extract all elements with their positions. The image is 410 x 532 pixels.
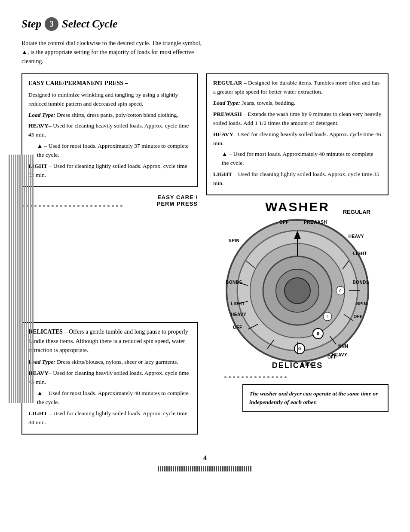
dial-label-heavy-tr: HEAVY	[349, 234, 364, 239]
easy-care-heavy: HEAVY– Used for cleaning heavily soiled …	[28, 122, 191, 140]
regular-triangle: ▲ – Used for most loads. Approximately 4…	[213, 150, 382, 168]
dial-label-off-r: OFF	[354, 314, 363, 319]
dot-row-top	[21, 205, 153, 207]
dial-label-light-l: LIGHT	[231, 301, 245, 306]
svg-point-6	[285, 278, 310, 304]
dial-wrapper: 0 0 2 0	[224, 218, 370, 372]
dial-label-off-top: OFF	[279, 220, 289, 225]
step-label: Step	[21, 18, 41, 30]
svg-text:0: 0	[340, 289, 342, 293]
intro-text: Rotate the control dial clockwise to the…	[21, 39, 206, 66]
dial-label-spin-l: SPIN	[229, 238, 239, 243]
connector-area-top: EASY CARE / PERM PRESS	[21, 194, 198, 207]
delicates-dial-label: DELICATES	[272, 361, 323, 370]
dial-label-offheavy2: HEAVY	[332, 353, 347, 357]
easy-care-triangle: ▲ – Used for most loads. Approximately 3…	[28, 142, 191, 160]
regular-load-type: Load Type: Jeans, towels, bedding.	[213, 99, 382, 108]
step-number: 3	[45, 17, 58, 31]
delicates-box: DELICATES – Offers a gentle tumble and l…	[21, 322, 198, 435]
dial-label-heavy-l: HEAVY	[231, 312, 246, 317]
dial-svg: 0 0 2 0	[224, 218, 370, 364]
dial-label-off-l: OFF	[233, 325, 242, 330]
dial-label-bonds-l: BONDS	[226, 280, 242, 285]
easy-care-desc: Designed to minimize wrinkling and tangl…	[28, 91, 191, 109]
svg-text:0: 0	[298, 346, 301, 352]
regular-light: LIGHT – Used for cleaning lightly soiled…	[213, 170, 382, 188]
regular-diagram-label: REGULAR	[334, 200, 370, 215]
bottom-bar	[21, 466, 389, 471]
dial-label-prewash: PREWASH	[304, 220, 327, 225]
easy-care-light: LIGHT – Used for cleaning lightly soiled…	[28, 162, 191, 180]
delicates-heavy: HEAVY– Used for cleaning heavily soiled …	[28, 369, 191, 387]
regular-prewash: PREWASH – Extends the wash time by 9 min…	[213, 110, 382, 128]
page-number: 4	[21, 454, 389, 462]
delicates-triangle: ▲ – Used for most loads. Approximately 4…	[28, 389, 191, 407]
dial-label-nnn: NNN	[338, 344, 348, 349]
dial-label-bonds-r: BONDS	[352, 280, 369, 285]
easy-care-load-type: Load Type: Dress shirts, dress pants, po…	[28, 111, 191, 120]
washer-diagram: WASHER REGULAR	[206, 200, 389, 412]
regular-box: REGULAR – Designed for durable items. Tu…	[206, 73, 389, 195]
washer-header: WASHER REGULAR	[224, 200, 370, 215]
step-title: Select Cycle	[62, 18, 117, 30]
regular-desc: REGULAR – Designed for durable items. Tu…	[213, 79, 382, 97]
svg-text:2: 2	[327, 314, 329, 319]
delicates-title: DELICATES – Offers a gentle tumble and l…	[28, 327, 191, 355]
dial-label-spin-r: SPIN	[356, 301, 367, 306]
svg-text:0: 0	[317, 331, 319, 337]
regular-heavy: HEAVY– Used for cleaning heavily soiled …	[213, 130, 382, 148]
easy-care-box: EASY CARE/PERMANENT PRESS – Designed to …	[21, 73, 198, 187]
easy-care-title: EASY CARE/PERMANENT PRESS –	[28, 79, 191, 88]
delicates-light: LIGHT – Used for cleaning lightly soiled…	[28, 409, 191, 427]
easy-care-diagram-label: EASY CARE / PERM PRESS	[157, 194, 198, 207]
dial-label-light-tr: LIGHT	[353, 251, 367, 256]
page-title: Step 3 Select Cycle	[21, 17, 389, 31]
diagram-spacer	[21, 210, 198, 322]
bottom-note: The washer and dryer can operate at the …	[242, 384, 389, 412]
delicates-load-type: Load Type: Dress skirts/blouses, nylons,…	[28, 358, 191, 367]
dot-row-bottom	[224, 376, 370, 378]
washer-title: WASHER	[261, 200, 334, 214]
